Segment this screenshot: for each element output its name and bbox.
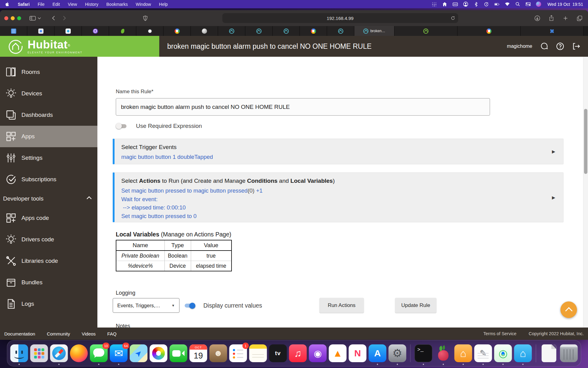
dock-calendar[interactable]: OCT19 xyxy=(190,344,207,362)
pinned-tab-hubitat-teal[interactable] xyxy=(245,26,273,36)
sidebar-item-apps[interactable]: Apps xyxy=(0,126,97,147)
action-line[interactable]: Set magic button pressed to 0 xyxy=(121,212,545,220)
pinned-tab-sphere-gray[interactable] xyxy=(191,26,218,36)
menubar-clock[interactable]: Wed 19 Oct 19:51 xyxy=(548,2,583,7)
pinned-tab-doc-blue[interactable] xyxy=(0,26,27,36)
reload-icon[interactable] xyxy=(451,16,455,20)
trigger-events-card[interactable]: Select Trigger Events magic button butto… xyxy=(113,139,564,164)
logging-select[interactable]: Events, Triggers,… ▼ xyxy=(113,298,179,313)
share-icon[interactable] xyxy=(548,13,556,23)
action-line[interactable]: Wait for event: xyxy=(121,195,545,204)
run-actions-button[interactable]: Run Actions xyxy=(319,298,364,313)
dock-safari[interactable] xyxy=(50,344,68,362)
menu-window[interactable]: Window xyxy=(136,2,151,7)
minimize-window-button[interactable] xyxy=(11,16,15,20)
dock-notes[interactable] xyxy=(249,344,267,362)
dock-textedit[interactable]: ✎ xyxy=(474,344,492,362)
bluetooth-status-icon[interactable] xyxy=(473,2,479,7)
dock-news[interactable]: N xyxy=(349,344,367,362)
siri-status-icon[interactable] xyxy=(536,2,541,7)
dock-podcasts[interactable]: ◉ xyxy=(309,344,327,362)
pinned-tab-hubitat-teal[interactable] xyxy=(273,26,300,36)
zoom-window-button[interactable] xyxy=(17,16,21,20)
wifi-status-icon[interactable] xyxy=(505,2,510,7)
sidebar-item-rooms[interactable]: Rooms xyxy=(0,61,97,83)
home-status-icon[interactable] xyxy=(442,2,447,7)
privacy-shield-icon[interactable] xyxy=(141,13,149,23)
trigger-event-link[interactable]: magic button button 1 doubleTapped xyxy=(121,153,545,161)
sidebar-toggle-icon[interactable] xyxy=(28,13,36,23)
dock-maps[interactable]: ➤ xyxy=(130,344,148,362)
control-center-status-icon[interactable] xyxy=(526,2,531,7)
app-grid-status-icon[interactable] xyxy=(432,2,437,7)
dock-document[interactable] xyxy=(540,344,558,362)
dock-terminal[interactable]: >_ xyxy=(415,344,432,362)
menu-bookmarks[interactable]: Bookmarks xyxy=(106,2,128,7)
time-machine-status-icon[interactable] xyxy=(484,2,489,7)
close-window-button[interactable] xyxy=(4,16,8,20)
menu-edit[interactable]: Edit xyxy=(52,2,60,7)
page-scrollbar[interactable] xyxy=(583,57,588,328)
action-line[interactable]: --> elapsed time: 0:00:10 xyxy=(121,203,545,212)
dock-mail[interactable]: ✉64 xyxy=(110,344,128,362)
dock-settings[interactable]: ⚙ xyxy=(389,344,406,362)
dock-finder[interactable] xyxy=(10,344,28,362)
sidebar-item-logs[interactable]: Logs xyxy=(0,293,97,315)
back-button[interactable] xyxy=(49,13,57,23)
user-status-icon[interactable] xyxy=(463,2,468,7)
pinned-tab-forum-purple[interactable] xyxy=(82,26,109,36)
dock-launchpad[interactable] xyxy=(30,344,48,362)
required-expression-toggle[interactable] xyxy=(116,123,127,129)
pinned-tab-app-white-pin[interactable] xyxy=(55,26,82,36)
sidebar-item-drivers-code[interactable]: Drivers code xyxy=(0,229,97,250)
new-tab-icon[interactable] xyxy=(562,13,570,23)
dock-facetime[interactable] xyxy=(170,344,187,362)
dock-homebridge[interactable]: ⌂ xyxy=(454,344,472,362)
dock-findmy[interactable]: ◎ xyxy=(494,344,512,362)
footer-link-community[interactable]: Community xyxy=(47,331,70,336)
menu-history[interactable]: History xyxy=(85,2,99,7)
help-icon[interactable] xyxy=(556,42,564,50)
dock-firefox[interactable] xyxy=(70,344,88,362)
pinned-tab-hubitat-green[interactable] xyxy=(394,26,458,36)
battery-status-icon[interactable] xyxy=(494,2,499,7)
scrollbar-thumb[interactable] xyxy=(584,109,587,174)
pinned-tab-hubitat-teal[interactable] xyxy=(218,26,245,36)
developer-tools-section[interactable]: Developer tools xyxy=(0,190,97,207)
dock-photos[interactable] xyxy=(150,344,168,362)
expand-arrow-icon[interactable]: ▶ xyxy=(552,195,555,200)
sidebar-item-devices[interactable]: Devices xyxy=(0,83,97,104)
dock-raspberrypi[interactable] xyxy=(435,344,452,362)
forward-button[interactable] xyxy=(60,13,68,23)
display-current-values-toggle[interactable] xyxy=(184,303,195,309)
actions-card[interactable]: Select Actions to Run (and Create and Ma… xyxy=(113,172,564,222)
sidebar-chevron-icon[interactable] xyxy=(36,13,42,23)
sidebar-item-dashboards[interactable]: Dashboards xyxy=(0,104,97,126)
expand-arrow-icon[interactable]: ▶ xyxy=(552,149,555,154)
sidebar-item-libraries-code[interactable]: Libraries code xyxy=(0,250,97,272)
sidebar-item-settings[interactable]: Settings xyxy=(0,147,97,169)
dock-reminders[interactable]: 1 xyxy=(229,344,247,362)
terms-of-service-link[interactable]: Terms of Service xyxy=(483,331,516,336)
sidebar-item-apps-code[interactable]: Apps code xyxy=(0,207,97,229)
update-rule-button[interactable]: Update Rule xyxy=(395,298,436,313)
pinned-tab-hubitat-dark[interactable] xyxy=(136,26,164,36)
pinned-tab-hubitat-teal[interactable] xyxy=(327,26,354,36)
tab-overview-icon[interactable] xyxy=(576,13,584,23)
pinned-tab-google[interactable] xyxy=(300,26,327,36)
dock-trash[interactable] xyxy=(560,344,578,362)
chat-icon[interactable] xyxy=(540,42,548,50)
keyboard-status-icon[interactable] xyxy=(453,2,458,7)
pinned-tab-app-gray-drop[interactable] xyxy=(27,26,55,36)
sidebar-item-bundles[interactable]: Bundles xyxy=(0,272,97,293)
logout-icon[interactable] xyxy=(572,42,580,50)
dock-music[interactable]: ♫ xyxy=(289,344,307,362)
apple-menu-icon[interactable] xyxy=(5,2,10,7)
dock-appstore[interactable]: A xyxy=(369,344,386,362)
menu-view[interactable]: View xyxy=(68,2,77,7)
pinned-tab-google[interactable] xyxy=(164,26,191,36)
hubitat-brand[interactable]: Hubitat® ELEVATE YOUR ENVIRONMENT xyxy=(0,36,159,57)
address-bar[interactable]: 192.168.4.99 xyxy=(222,13,458,23)
pinned-tab-leaf-green[interactable] xyxy=(109,26,136,36)
menu-safari[interactable]: Safari xyxy=(18,2,30,7)
